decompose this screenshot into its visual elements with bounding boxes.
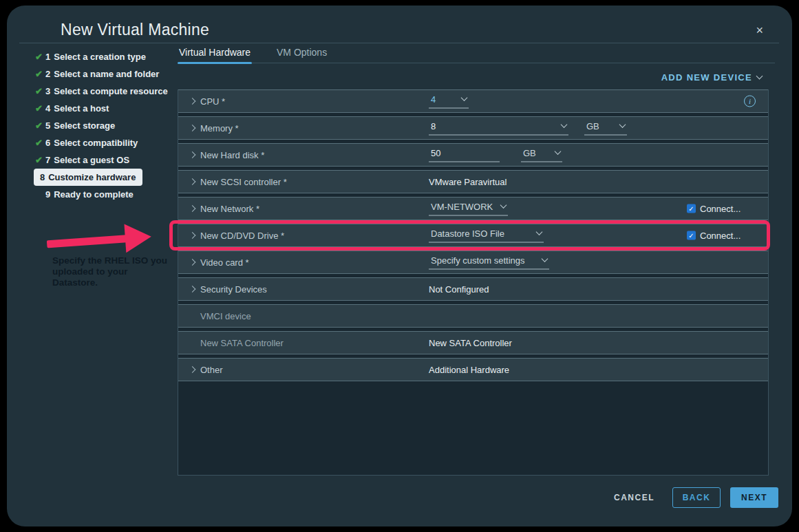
hardware-row-vmci-device: VMCI device (178, 304, 768, 328)
expand-chevron-icon[interactable] (189, 205, 196, 212)
new-cd-dvd-drive-select[interactable]: Datastore ISO File (429, 228, 544, 243)
new-network-select[interactable]: VM-NETWORK (429, 202, 508, 216)
expand-chevron-icon[interactable] (189, 286, 196, 292)
step-number: 6 (45, 138, 50, 148)
step-number: 7 (45, 155, 50, 165)
hardware-row-memory: Memory *8GB (178, 116, 768, 140)
step-label: Select a creation type (54, 52, 146, 62)
step-label: Select storage (54, 120, 115, 131)
chevron-down-icon (619, 121, 626, 128)
wizard-step-6[interactable]: ✔6Select compatibility (34, 134, 179, 151)
control-value: 4 (431, 94, 436, 105)
hardware-row-new-cd-dvd-drive: New CD/DVD Drive *Datastore ISO File✓Con… (178, 224, 768, 247)
expand-chevron-icon[interactable] (189, 151, 196, 158)
hardware-row-security-devices: Security DevicesNot Configured (178, 277, 768, 301)
back-button[interactable]: BACK (672, 487, 721, 508)
connect-label: Connect... (700, 231, 741, 241)
wizard-step-5[interactable]: ✔5Select storage (34, 117, 179, 134)
memory-unit-select[interactable]: GB (584, 121, 627, 136)
dialog-title: New Virtual Machine (61, 21, 209, 39)
row-label: CPU * (200, 96, 225, 107)
expand-chevron-icon[interactable] (189, 366, 196, 373)
step-number: 2 (45, 69, 50, 79)
wizard-step-3[interactable]: ✔3Select a compute resource (34, 83, 179, 100)
step-check-icon: ✔ (34, 103, 45, 114)
connect-checkbox[interactable]: ✓Connect... (687, 204, 741, 214)
step-label: Customize hardware (48, 172, 136, 182)
info-icon[interactable]: i (744, 96, 756, 107)
arrow-head (124, 222, 152, 253)
new-vm-dialog: New Virtual Machine × ✔1Select a creatio… (7, 6, 792, 526)
video-card-select[interactable]: Specify custom settings (429, 255, 549, 270)
control-value: 8 (431, 121, 436, 131)
expand-chevron-icon[interactable] (189, 232, 196, 239)
step-check-icon: ✔ (34, 86, 45, 96)
hardware-row-other: OtherAdditional Hardware (178, 358, 768, 381)
cpu-select[interactable]: 4 (429, 94, 469, 109)
wizard-step-1[interactable]: ✔1Select a creation type (34, 48, 179, 65)
chevron-down-icon (500, 202, 507, 209)
row-value: Not Configured (429, 284, 489, 295)
control-value: VM-NETWORK (431, 202, 493, 212)
hardware-row-cpu: CPU *4i (178, 89, 768, 113)
row-value: VMware Paravirtual (429, 177, 507, 187)
unit-value: GB (523, 148, 536, 158)
step-label: Select a name and folder (54, 69, 159, 79)
tab-virtual-hardware[interactable]: Virtual Hardware (178, 45, 252, 63)
hardware-row-video-card: Video card *Specify custom settings (178, 251, 768, 274)
step-number: 8 (40, 172, 45, 182)
chevron-down-icon (555, 148, 562, 155)
control-value: 50 (431, 148, 440, 158)
hardware-row-new-hard-disk: New Hard disk *50GB (178, 143, 768, 167)
row-label: New SATA Controller (200, 338, 284, 348)
step-label: Ready to complete (54, 189, 134, 200)
row-label: VMCI device (200, 311, 251, 321)
title-divider (19, 43, 779, 43)
hardware-row-new-sata-controller: New SATA ControllerNew SATA Controller (178, 331, 768, 354)
wizard-step-2[interactable]: ✔2Select a name and folder (34, 65, 179, 83)
wizard-step-8[interactable]: 8Customize hardware (34, 169, 142, 186)
row-label: Video card * (200, 257, 249, 268)
connect-checkbox[interactable]: ✓Connect... (687, 231, 741, 241)
annotation-arrow-icon (46, 222, 153, 259)
row-label: New Network * (200, 204, 259, 214)
wizard-step-4[interactable]: ✔4Select a host (34, 100, 179, 117)
arrow-shaft (47, 235, 128, 248)
step-label: Select compatibility (54, 138, 138, 148)
row-value: Additional Hardware (429, 365, 509, 375)
expand-chevron-icon[interactable] (189, 98, 196, 105)
step-number: 4 (45, 103, 50, 114)
next-button[interactable]: NEXT (730, 487, 778, 508)
cancel-button[interactable]: CANCEL (614, 487, 654, 508)
step-check-icon: ✔ (34, 69, 45, 79)
step-check-icon: ✔ (34, 155, 45, 165)
wizard-step-9[interactable]: 9Ready to complete (34, 186, 179, 203)
tab-vm-options[interactable]: VM Options (275, 45, 328, 63)
annotation-text: Specify the RHEL ISO you uploaded to you… (52, 255, 175, 288)
chevron-down-icon (756, 73, 763, 80)
memory-select[interactable]: 8 (429, 121, 568, 136)
step-number: 1 (45, 52, 50, 62)
row-label: New CD/DVD Drive * (200, 231, 284, 241)
step-number: 9 (45, 189, 50, 200)
row-label: Memory * (200, 123, 239, 134)
wizard-step-7[interactable]: ✔7Select a guest OS (34, 151, 179, 169)
row-label: New SCSI controller * (200, 177, 287, 187)
connect-label: Connect... (700, 204, 741, 214)
unit-value: GB (586, 121, 599, 131)
add-new-device-button[interactable]: ADD NEW DEVICE (661, 72, 762, 83)
chevron-down-icon (461, 94, 468, 101)
hardware-row-new-network: New Network *VM-NETWORK✓Connect... (178, 197, 768, 220)
checkbox-checked-icon: ✓ (687, 204, 696, 213)
step-label: Select a guest OS (54, 155, 129, 165)
expand-chevron-icon[interactable] (189, 259, 196, 266)
chevron-down-icon (536, 228, 543, 235)
new-hard-disk-input[interactable]: 50 (429, 148, 500, 162)
close-icon[interactable]: × (756, 23, 763, 38)
new-hard-disk-unit-select[interactable]: GB (521, 148, 562, 162)
step-number: 3 (45, 86, 50, 96)
expand-chevron-icon[interactable] (189, 125, 196, 131)
chevron-down-icon (542, 255, 548, 262)
expand-chevron-icon[interactable] (189, 178, 196, 185)
hardware-row-new-scsi-controller: New SCSI controller *VMware Paravirtual (178, 170, 768, 193)
